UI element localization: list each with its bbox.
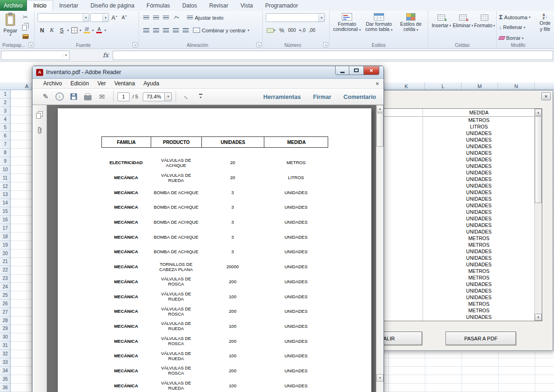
formula-input[interactable]	[113, 51, 553, 60]
format-as-table-button[interactable]: Dar formato como tabla ▾	[363, 13, 394, 32]
row-header-6[interactable]: 6	[0, 132, 10, 140]
listbox-scrollbar[interactable]: ▲ ▼	[534, 109, 542, 321]
dialog-close-button[interactable]: ✕	[541, 92, 551, 100]
scroll-thumb[interactable]	[535, 116, 542, 203]
align-center-button[interactable]	[152, 26, 161, 35]
fill-button[interactable]: ↓ Rellenar ▾	[499, 24, 525, 30]
borders-button[interactable]	[70, 26, 79, 35]
row-header-8[interactable]: 8	[0, 149, 10, 157]
percent-style-button[interactable]: %	[277, 26, 286, 35]
row-header-28[interactable]: 28	[0, 317, 10, 325]
delete-cells-button[interactable]: × Eliminar▾	[453, 15, 473, 28]
autosum-button[interactable]: Σ Autosuma ▾	[499, 14, 531, 21]
herramientas-button[interactable]: Herramientas	[263, 94, 301, 100]
font-size-select[interactable]: ▾	[90, 13, 109, 22]
chevron-down-icon[interactable]: ▾	[102, 14, 108, 22]
row-header-20[interactable]: 20	[0, 249, 10, 258]
row-header-36[interactable]: 36	[0, 384, 10, 392]
row-header-13[interactable]: 13	[0, 191, 10, 199]
row-header-11[interactable]: 11	[0, 174, 10, 182]
row-header-14[interactable]: 14	[0, 199, 10, 207]
decrease-decimal-button[interactable]: ,00	[308, 26, 316, 35]
tab-vista[interactable]: Vista	[234, 0, 259, 11]
decrease-indent-button[interactable]	[171, 26, 180, 35]
minimize-button[interactable]	[335, 66, 349, 75]
comentario-button[interactable]: Comentario	[344, 94, 376, 100]
align-top-button[interactable]	[142, 13, 151, 22]
alignment-dialog-launcher[interactable]: ↘	[256, 42, 262, 47]
name-box-dropdown[interactable]: ▾	[62, 53, 69, 57]
toolbar-overflow-button[interactable]: ▾	[194, 90, 207, 103]
scroll-down-button[interactable]: ▼	[535, 314, 542, 321]
row-header-7[interactable]: 7	[0, 140, 10, 149]
row-header-29[interactable]: 29	[0, 325, 10, 333]
pdf-scroll-down-button[interactable]: ▼	[377, 374, 384, 382]
pdf-scroll-thumb[interactable]	[377, 113, 384, 147]
merge-center-button[interactable]: ↔ Combinar y centrar ▾	[191, 26, 251, 35]
format-painter-button[interactable]	[20, 32, 31, 41]
email-button[interactable]: ✉	[95, 90, 108, 103]
cell-styles-button[interactable]: Estilos de celda ▾	[395, 13, 426, 32]
paste-button[interactable]: Pegar ▾	[2, 12, 19, 42]
row-header-4[interactable]: 4	[0, 115, 10, 124]
edit-tools-button[interactable]: ✎	[39, 90, 52, 103]
chevron-down-icon[interactable]: ▾	[318, 14, 324, 22]
menu-archivo[interactable]: Archivo	[39, 80, 66, 87]
fx-button[interactable]: fx	[99, 52, 113, 59]
decrease-font-button[interactable]: A▾	[120, 13, 129, 22]
close-button[interactable]: ✕	[363, 66, 379, 75]
accounting-format-button[interactable]: ▾	[266, 26, 277, 35]
row-header-32[interactable]: 32	[0, 350, 10, 358]
increase-indent-button[interactable]	[181, 26, 190, 35]
column-header-m[interactable]: M	[462, 83, 498, 90]
align-right-button[interactable]	[162, 26, 170, 35]
increase-decimal-button[interactable]: +,0	[298, 26, 307, 35]
row-header-3[interactable]: 3	[0, 107, 10, 115]
tab-datos[interactable]: Datos	[176, 0, 203, 11]
row-header-23[interactable]: 23	[0, 274, 10, 283]
align-bottom-button[interactable]	[162, 13, 170, 22]
pdf-scroll-up-button[interactable]: ▲	[377, 105, 384, 113]
tab-revisar[interactable]: Revisar	[203, 0, 234, 11]
tab-diseno-de-pagina[interactable]: Diseño de página	[85, 0, 140, 11]
align-left-button[interactable]	[142, 26, 151, 35]
row-header-26[interactable]: 26	[0, 300, 10, 308]
save-button[interactable]	[67, 90, 80, 103]
row-header-17[interactable]: 17	[0, 224, 10, 233]
zoom-dropdown-button[interactable]: ▾	[165, 92, 172, 101]
print-button[interactable]	[81, 90, 94, 103]
column-header-l[interactable]: L	[425, 83, 462, 90]
row-header-22[interactable]: 22	[0, 266, 10, 274]
menu-ventana[interactable]: Ventana	[110, 80, 139, 87]
column-header-n[interactable]: N	[498, 83, 535, 90]
file-tab[interactable]: Archivo	[0, 0, 27, 11]
row-header-9[interactable]: 9	[0, 157, 10, 166]
adobe-title-bar[interactable]: A Inventario.pdf - Adobe Reader ✕	[32, 66, 384, 79]
pdf-scrollbar[interactable]: ▲ ▼	[376, 105, 384, 392]
attachments-button[interactable]	[34, 125, 45, 135]
comma-style-button[interactable]: 000	[287, 26, 297, 35]
chevron-down-icon[interactable]: ▾	[80, 29, 82, 32]
align-middle-button[interactable]	[152, 13, 161, 22]
maximize-button[interactable]	[349, 66, 363, 75]
font-color-button[interactable]: A	[95, 26, 104, 35]
row-header-21[interactable]: 21	[0, 258, 10, 266]
row-header-25[interactable]: 25	[0, 291, 10, 300]
chevron-down-icon[interactable]: ▾	[67, 29, 69, 32]
clipboard-dialog-launcher[interactable]: ↘	[28, 42, 33, 47]
row-header-30[interactable]: 30	[0, 333, 10, 341]
zoom-input[interactable]: 73,4%	[143, 92, 165, 101]
font-dialog-launcher[interactable]: ↘	[132, 42, 138, 47]
wrap-text-button[interactable]: Ajustar texto	[185, 13, 225, 22]
orientation-button[interactable]: ↗▾	[171, 13, 180, 22]
pasar-a-pdf-button[interactable]: PASAR A PDF	[446, 332, 516, 345]
tab-inicio[interactable]: Inicio	[27, 0, 53, 11]
row-header-10[interactable]: 10	[0, 166, 10, 174]
name-box[interactable]: ▾	[1, 51, 69, 60]
row-header-27[interactable]: 27	[0, 308, 10, 317]
conditional-formatting-button[interactable]: Formato condicional ▾	[331, 13, 362, 32]
chevron-down-icon[interactable]: ▾	[83, 14, 89, 22]
italic-button[interactable]: K	[47, 26, 56, 35]
copy-button[interactable]	[20, 23, 31, 31]
row-header-5[interactable]: 5	[0, 124, 10, 132]
